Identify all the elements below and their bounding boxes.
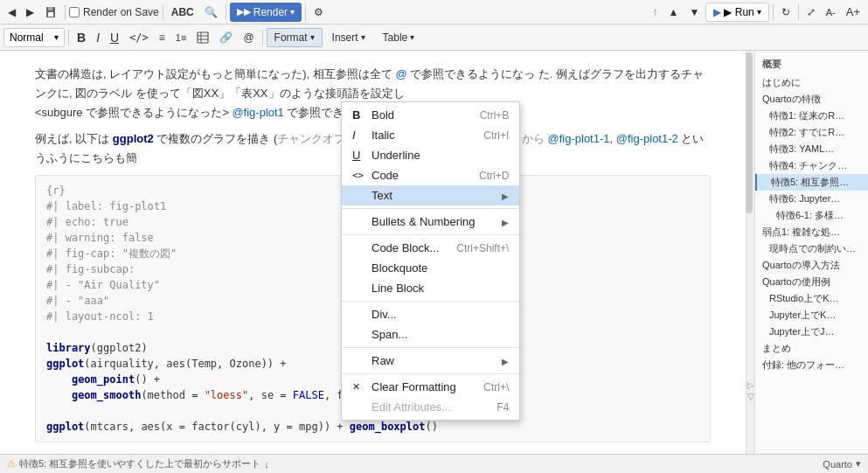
divider3	[342, 301, 519, 302]
outline-item-restriction[interactable]: 現時点での制約い…	[755, 240, 868, 257]
insert-menu-btn[interactable]: Insert ▾	[324, 28, 373, 47]
status-left: ⚠ 特徴5: 相互参照を使いやすくした上で最初からサポート ↓	[7, 457, 819, 470]
upload-button[interactable]: ↑	[649, 3, 663, 22]
text-submenu-arrow	[502, 189, 509, 202]
underline-icon: U	[352, 149, 366, 162]
menu-item-bullets[interactable]: Bullets & Numbering	[342, 212, 519, 232]
outline-item-matome[interactable]: まとめ	[755, 340, 868, 357]
outline-item-tokucho4[interactable]: 特徴4: チャンク…	[755, 157, 868, 174]
italic-icon: I	[352, 129, 366, 142]
settings-button[interactable]: ⚙	[309, 3, 328, 22]
menu-item-blockquote[interactable]: Blockquote	[342, 258, 519, 278]
outline-right-arrow[interactable]: ▷	[747, 380, 754, 390]
outline-item-appendix[interactable]: 付録: 他のフォー…	[755, 357, 868, 373]
menu-item-underline[interactable]: U Underline	[342, 145, 519, 165]
svg-rect-2	[48, 7, 52, 10]
outline-title: 概要	[755, 54, 868, 74]
status-message: 特徴5: 相互参照を使いやすくした上で最初からサポート	[19, 457, 260, 470]
outline-item-jupyter-k[interactable]: Jupyter上でK…	[755, 307, 868, 323]
menu-item-lineblock[interactable]: Line Block	[342, 278, 519, 298]
svg-rect-3	[198, 32, 208, 43]
outline-item-hajimeni[interactable]: はじめに	[755, 74, 868, 91]
divider1	[342, 208, 519, 209]
run-icon: ▶	[713, 6, 721, 18]
dropdown-menu-container: B Bold Ctrl+B I Italic Ctrl+I U Underlin…	[341, 101, 520, 421]
menu-item-div[interactable]: Div...	[342, 304, 519, 324]
svg-rect-1	[48, 12, 53, 17]
bold-button[interactable]: B	[73, 28, 90, 47]
font-inc-button[interactable]: A+	[842, 3, 865, 22]
toolbar-second: Normal ▾ B I U </> ≡ 1≡ 🔗 @ Format ▾ Ins…	[0, 24, 868, 51]
sep1	[65, 4, 66, 20]
ref-button[interactable]: @	[239, 28, 258, 47]
menu-item-bold[interactable]: B Bold Ctrl+B	[342, 105, 519, 125]
quarto-dropdown-arrow[interactable]: ▾	[856, 458, 861, 470]
expand-button[interactable]: ⤢	[802, 3, 820, 22]
sep3	[226, 4, 226, 20]
render-button[interactable]: ▶▶ Render ▾	[230, 3, 302, 22]
scrollbar-thumb[interactable]	[746, 52, 753, 213]
menu-item-code[interactable]: <> Code Ctrl+D	[342, 165, 519, 185]
outline-item-tokucho3[interactable]: 特徴3: YAML…	[755, 141, 868, 157]
outline-item-intro-quarto[interactable]: Quartoの導入方法	[755, 257, 868, 274]
outline-item-tokucho6-1[interactable]: 特徴6-1: 多様…	[755, 207, 868, 224]
scroll-down-button[interactable]: ▼	[684, 3, 704, 22]
format-menu-btn[interactable]: Format ▾	[267, 28, 323, 47]
outline-item-usage[interactable]: Quartoの使用例	[755, 274, 868, 290]
divider5	[342, 373, 519, 374]
forward-button[interactable]: ▶	[22, 3, 38, 22]
outline-item-tokucho5[interactable]: 特徴5: 相互参照…	[755, 174, 868, 191]
menu-item-edit-attr: Edit Attributes... F4	[342, 397, 519, 417]
sep6	[798, 4, 799, 20]
outline-item-quarto-tokucho[interactable]: Quartoの特徴	[755, 91, 868, 108]
outline-item-rstudio-k[interactable]: RStudio上でK…	[755, 290, 868, 307]
zoom-button[interactable]: 🔍	[200, 3, 222, 22]
render-icon: ▶▶	[237, 6, 251, 17]
divider4	[342, 347, 519, 348]
menu-item-codeblock[interactable]: Code Block... Ctrl+Shift+\	[342, 238, 519, 258]
table-icon-button[interactable]	[192, 28, 213, 47]
underline-button[interactable]: U	[106, 28, 123, 47]
menu-item-italic[interactable]: I Italic Ctrl+I	[342, 125, 519, 145]
sep5	[773, 4, 774, 20]
outline-item-jupyter-j[interactable]: Jupyter上でJ…	[755, 323, 868, 340]
save-button[interactable]	[40, 3, 61, 22]
status-warning-icon: ⚠	[7, 458, 16, 470]
sep2	[163, 4, 163, 20]
bold-icon: B	[352, 108, 366, 122]
bullet-button[interactable]: ≡	[155, 28, 170, 47]
quarto-label: Quarto	[823, 459, 852, 470]
outline-down-arrow[interactable]: ▽	[747, 392, 754, 401]
status-arrow[interactable]: ↓	[264, 459, 269, 470]
raw-submenu-arrow	[502, 354, 509, 367]
toolbar-top: ◀ ▶ Render on Save ABC 🔍 ▶▶ Render ▾ ⚙ ↑…	[0, 0, 868, 24]
menu-item-span[interactable]: Span...	[342, 324, 519, 344]
font-dec-button[interactable]: A-	[822, 3, 840, 22]
main-area: 文書の構造は, レイアウト設定がもっと簡単になった), 相互参照は全て @ で参…	[0, 51, 868, 454]
outline-item-tokucho6[interactable]: 特徴6: Jupyter…	[755, 191, 868, 207]
format-dropdown-menu: B Bold Ctrl+B I Italic Ctrl+I U Underlin…	[341, 101, 520, 421]
number-button[interactable]: 1≡	[171, 28, 191, 47]
sep7	[68, 30, 69, 45]
menu-item-text[interactable]: Text	[342, 185, 519, 205]
style-dropdown[interactable]: Normal ▾	[3, 28, 65, 47]
outline-scrollbar-area: ▷ ▽	[746, 51, 754, 454]
render-on-save-checkbox[interactable]	[69, 7, 80, 17]
scroll-up-button[interactable]: ▲	[664, 3, 684, 22]
spell-check-button[interactable]: ABC	[167, 3, 198, 22]
outline-item-weakness1[interactable]: 弱点1: 複雑な処…	[755, 224, 868, 240]
refresh-button[interactable]: ↻	[777, 3, 795, 22]
menu-item-clear[interactable]: ✕ Clear Formatting Ctrl+\	[342, 377, 519, 397]
outline-item-tokucho2[interactable]: 特徴2: すでにR…	[755, 124, 868, 141]
render-on-save-label[interactable]: Render on Save	[69, 6, 159, 18]
italic-button[interactable]: I	[92, 28, 104, 47]
menu-item-raw[interactable]: Raw	[342, 351, 519, 371]
back-button[interactable]: ◀	[3, 3, 20, 22]
status-right: Quarto ▾	[823, 458, 861, 470]
link-button[interactable]: 🔗	[215, 28, 237, 47]
outline-item-tokucho1[interactable]: 特徴1: 従来のR…	[755, 108, 868, 124]
code-inline-button[interactable]: </>	[125, 28, 153, 47]
table-menu-btn[interactable]: Table ▾	[375, 28, 423, 47]
run-button[interactable]: ▶ ▶ Run ▾	[705, 3, 768, 22]
sep8	[262, 30, 263, 45]
